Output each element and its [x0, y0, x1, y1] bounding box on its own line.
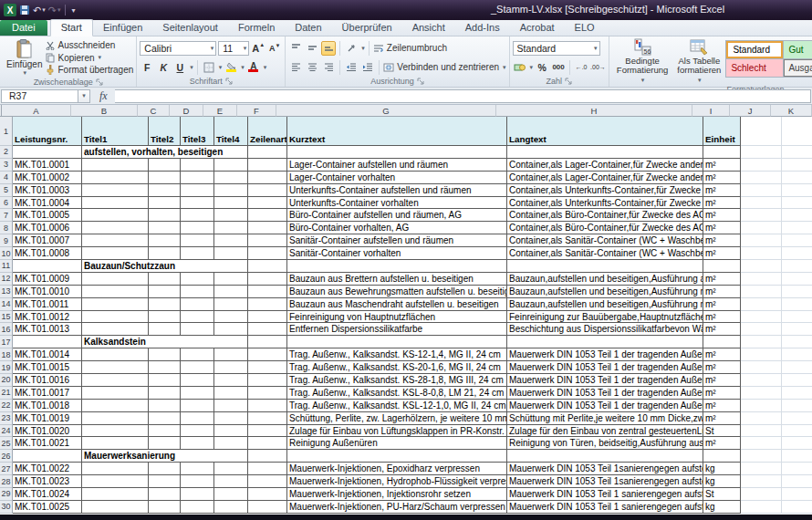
cell-J26[interactable] — [741, 450, 782, 463]
cell-F18[interactable] — [248, 348, 287, 361]
cell-D19[interactable] — [181, 361, 214, 374]
cell-I30[interactable]: kg — [703, 501, 741, 514]
row-header-5[interactable]: 5 — [0, 184, 13, 197]
cell-B26[interactable]: Mauerwerksanierung — [82, 450, 248, 463]
cell-H28[interactable]: Mauerwerk DIN 1053 Teil 1sanierengegen a… — [507, 475, 703, 488]
cell-A25[interactable]: MK.T01.0021 — [13, 437, 82, 450]
copy-dropdown-icon[interactable]: ▾ — [99, 54, 102, 61]
decrease-indent-icon[interactable] — [344, 60, 359, 75]
cell-J23[interactable] — [741, 412, 782, 425]
column-header-K[interactable]: K — [771, 105, 812, 117]
redo-dropdown-icon[interactable]: ▾ — [57, 6, 61, 14]
cell-H12[interactable]: Bauzaun,aufstellen und beseitigen,Ausfüh… — [507, 273, 703, 286]
cell-D20[interactable] — [181, 374, 214, 387]
cell-H18[interactable]: Mauerwerk DIN 1053 Teil 1 der tragenden … — [507, 348, 703, 361]
cell-E13[interactable] — [214, 286, 248, 298]
row-header-3[interactable]: 3 — [0, 159, 13, 172]
cell-A14[interactable]: MK.T01.0011 — [13, 298, 82, 311]
cell-I21[interactable]: m² — [703, 387, 741, 400]
paste-button[interactable]: Einfügen ▾ — [3, 38, 46, 78]
underline-dropdown-icon[interactable]: ▾ — [190, 64, 193, 71]
cell-K29[interactable] — [782, 488, 812, 501]
cell-H10[interactable]: Container,als Sanitär-Container (WC + Wa… — [507, 247, 703, 260]
fill-color-button[interactable] — [224, 60, 238, 75]
cell-A22[interactable]: MK.T01.0018 — [13, 400, 82, 412]
cell-J10[interactable] — [741, 247, 782, 260]
cell-K9[interactable] — [782, 234, 812, 247]
cell-I24[interactable]: St — [703, 425, 741, 438]
cell-E30[interactable] — [214, 501, 248, 514]
cell-I25[interactable]: m² — [703, 437, 741, 450]
row-header-13[interactable]: 13 — [0, 286, 13, 298]
cell-I15[interactable]: m² — [703, 311, 741, 324]
cell-J22[interactable] — [741, 400, 782, 412]
cell-A6[interactable]: MK.T01.0004 — [13, 197, 82, 210]
row-header-20[interactable]: 20 — [0, 374, 13, 387]
cell-D7[interactable] — [181, 209, 214, 222]
cell-G29[interactable]: Mauerwerk-Injektionen, Injektionsrohr se… — [287, 488, 507, 501]
cell-B24[interactable] — [82, 425, 149, 438]
cell-B12[interactable] — [82, 273, 149, 286]
cell-B21[interactable] — [82, 387, 149, 400]
cell-E10[interactable] — [214, 247, 248, 260]
cell-J17[interactable] — [741, 336, 782, 348]
column-header-I[interactable]: I — [692, 105, 730, 117]
cell-E25[interactable] — [214, 437, 248, 450]
row-header-19[interactable]: 19 — [0, 361, 13, 374]
cell-E1[interactable]: Titel4 — [214, 117, 248, 146]
cell-J18[interactable] — [741, 348, 782, 361]
cell-I26[interactable] — [703, 450, 741, 463]
column-header-G[interactable]: G — [276, 105, 496, 117]
cell-G19[interactable]: Trag. Außenw., Kalksandst. KS-20-1,6, MG… — [287, 361, 507, 374]
cell-F29[interactable] — [248, 488, 287, 501]
cell-A21[interactable]: MK.T01.0017 — [13, 387, 82, 400]
cell-C6[interactable] — [149, 197, 181, 210]
cell-G20[interactable]: Trag. Außenw., Kalksandst. KS-28-1,8, MG… — [287, 374, 507, 387]
cell-G21[interactable]: Trag. Außenw., Kalksandst. KSL-8-0,8, LM… — [287, 387, 507, 400]
copy-button[interactable]: Kopieren▾ — [46, 52, 133, 64]
cell-K18[interactable] — [782, 348, 812, 361]
bold-button[interactable]: F — [140, 60, 154, 75]
cell-B29[interactable] — [82, 488, 149, 501]
cell-J8[interactable] — [741, 222, 782, 234]
cell-C7[interactable] — [149, 209, 181, 222]
cell-G22[interactable]: Trag. Außenw., Kalksandst. KSL-12-1,0, M… — [287, 400, 507, 412]
cell-K28[interactable] — [782, 475, 812, 488]
cell-J21[interactable] — [741, 387, 782, 400]
cell-A16[interactable]: MK.T01.0013 — [13, 323, 82, 336]
cell-I6[interactable]: m² — [703, 197, 741, 210]
align-top-icon[interactable] — [288, 41, 303, 56]
cell-G1[interactable]: Kurztext — [287, 117, 507, 146]
cell-A26[interactable] — [13, 450, 82, 463]
increase-decimal-icon[interactable]: ←.0 — [574, 60, 588, 75]
cell-H27[interactable]: Mauerwerk DIN 1053 Teil 1sanierengegen a… — [507, 463, 703, 475]
cell-I19[interactable]: m² — [703, 361, 741, 374]
percent-style-button[interactable]: % — [535, 60, 549, 75]
cell-B19[interactable] — [82, 361, 149, 374]
font-color-button[interactable]: A — [246, 60, 261, 75]
cell-F25[interactable] — [248, 437, 287, 450]
cell-F4[interactable] — [248, 172, 287, 184]
align-bottom-icon[interactable] — [321, 41, 336, 56]
cell-H6[interactable]: Container,als Unterkunfts-Container,für … — [507, 197, 703, 210]
cell-H8[interactable]: Container,als Büro-Container,für Zwecke … — [507, 222, 703, 234]
cell-A18[interactable]: MK.T01.0014 — [13, 348, 82, 361]
cell-C5[interactable] — [149, 184, 181, 197]
cell-F11[interactable] — [248, 260, 287, 273]
cell-B15[interactable] — [82, 311, 149, 324]
cell-G28[interactable]: Mauerwerk-Injektionen, Hydrophob-Flüssig… — [287, 475, 507, 488]
align-middle-icon[interactable] — [305, 41, 319, 56]
cell-I4[interactable]: m² — [703, 172, 741, 184]
tab-formeln[interactable]: Formeln — [228, 20, 285, 36]
row-header-25[interactable]: 25 — [0, 437, 13, 450]
cell-F20[interactable] — [248, 374, 287, 387]
cell-K8[interactable] — [782, 222, 812, 234]
tab-start[interactable]: Start — [50, 19, 93, 36]
conditional-dropdown-icon[interactable]: ▾ — [641, 77, 645, 83]
column-header-D[interactable]: D — [170, 105, 203, 117]
cell-I23[interactable]: m² — [703, 412, 741, 425]
cell-D24[interactable] — [181, 425, 214, 438]
cell-F19[interactable] — [248, 361, 287, 374]
underline-button[interactable]: U — [172, 60, 187, 75]
cell-K16[interactable] — [782, 323, 812, 336]
